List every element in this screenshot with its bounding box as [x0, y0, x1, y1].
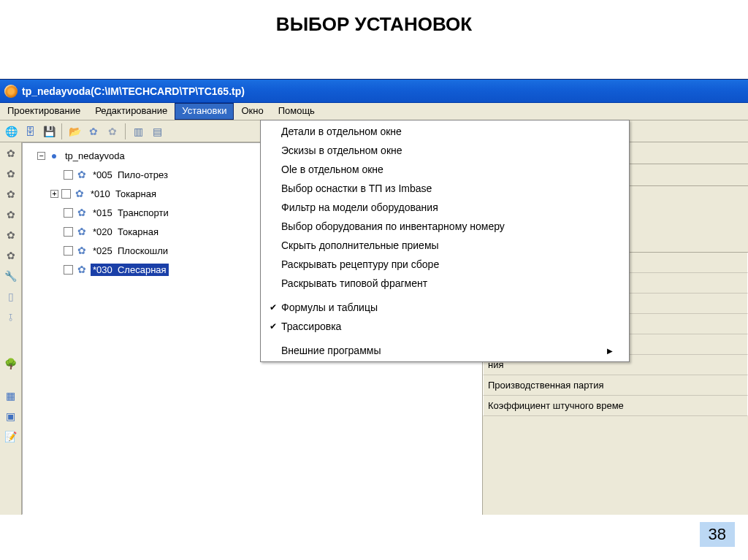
side-bars-icon[interactable]: ⫱	[3, 309, 19, 325]
tb-panel-icon[interactable]: ▥	[130, 123, 146, 139]
checkbox[interactable]	[64, 208, 73, 218]
dd-formulas-tables[interactable]: ✔Формулы и таблицы	[261, 298, 629, 317]
side-gear3-icon[interactable]: ✿	[3, 186, 19, 202]
gear-icon: ✿	[76, 169, 88, 180]
menu-edit[interactable]: Редактирование	[88, 103, 175, 120]
checkbox[interactable]	[64, 246, 73, 256]
tree-item-label[interactable]: *015 Транспорти	[91, 207, 171, 219]
menu-design[interactable]: Проектирование	[0, 103, 88, 120]
gear-icon: ✿	[76, 264, 88, 275]
check-icon: ✔	[265, 302, 281, 312]
side-tool-icon[interactable]: 🔧	[3, 268, 19, 284]
side-tree-icon[interactable]: 🌳	[3, 356, 19, 372]
menu-separator	[262, 295, 627, 296]
submenu-arrow-icon: ▶	[607, 347, 613, 355]
side-column-icon[interactable]: ▯	[3, 288, 19, 304]
menu-help[interactable]: Помощь	[271, 103, 322, 120]
checkbox[interactable]	[64, 170, 73, 180]
menu-separator	[262, 338, 627, 339]
dd-equipment-by-inv[interactable]: Выбор оборудования по инвентарному номер…	[261, 217, 629, 236]
menu-window[interactable]: Окно	[234, 103, 270, 120]
settings-dropdown: Детали в отдельном окне Эскизы в отдельн…	[260, 120, 630, 362]
dd-equipment-filter[interactable]: Фильтр на модели оборудования	[261, 198, 629, 217]
expand-icon[interactable]: +	[50, 190, 58, 198]
checkbox[interactable]	[61, 189, 71, 199]
dd-external-programs[interactable]: Внешние программы▶	[261, 341, 629, 360]
side-doc-icon[interactable]: 📝	[3, 429, 19, 445]
grid-row[interactable]: Коэффициент штучного време	[483, 396, 748, 416]
tb-save-icon[interactable]: 💾	[41, 123, 57, 139]
left-side-toolbar: ✿ ✿ ✿ ✿ ✿ ✿ 🔧 ▯ ⫱ 🌳 ▦ ▣ 📝	[0, 142, 22, 515]
tb-gear-plus-icon[interactable]: ✿	[104, 123, 121, 139]
menubar: Проектирование Редактирование Установки …	[0, 103, 748, 120]
side-gear1-icon[interactable]: ✿	[3, 145, 19, 161]
tb-gear-extra-icon[interactable]: ✿	[85, 123, 102, 139]
tb-open-icon[interactable]: 📂	[66, 123, 83, 139]
collapse-icon[interactable]: −	[37, 152, 45, 160]
tree-item-label[interactable]: *025 Плоскошли	[91, 245, 170, 257]
side-gear6-icon[interactable]: ✿	[3, 248, 19, 264]
side-gear5-icon[interactable]: ✿	[3, 227, 19, 243]
dd-expand-recipe[interactable]: Раскрывать рецептуру при сборе	[261, 255, 629, 274]
gear-icon: ✿	[76, 226, 88, 237]
side-grid-icon[interactable]: ▦	[3, 388, 19, 404]
gear-icon: ✿	[76, 207, 88, 218]
dd-tooling-imbase[interactable]: Выбор оснастки в ТП из Imbase	[261, 179, 629, 198]
tree-item-label[interactable]: *005 Пило-отрез	[91, 169, 170, 181]
side-spacer	[3, 329, 19, 351]
slide-title: ВЫБОР УСТАНОВОК	[0, 0, 748, 58]
tb-layout-icon[interactable]: ▤	[149, 123, 165, 139]
checkbox[interactable]	[64, 265, 73, 275]
tree-item-label-selected[interactable]: *030 Слесарная	[91, 264, 169, 276]
tb-globe-icon[interactable]: 🌐	[3, 123, 19, 139]
dd-details-window[interactable]: Детали в отдельном окне	[261, 122, 629, 141]
gear-icon: ✿	[76, 245, 88, 256]
checkbox[interactable]	[64, 227, 73, 237]
page-number: 38	[700, 522, 735, 547]
tree-item-label[interactable]: *010 Токарная	[88, 188, 159, 200]
tree-item-label[interactable]: *020 Токарная	[91, 226, 161, 238]
dd-hide-extra[interactable]: Скрыть дополнительные приемы	[261, 236, 629, 255]
separator	[125, 123, 126, 139]
menu-settings[interactable]: Установки	[175, 103, 234, 120]
separator	[61, 123, 62, 139]
tb-db-icon[interactable]: 🗄	[22, 123, 38, 139]
titlebar: tp_nedayvoda(C:\IM\TECHCARD\TP\TC165.tp)	[0, 80, 748, 103]
side-spacer2	[3, 376, 19, 383]
tree-root-label[interactable]: tp_nedayvoda	[63, 150, 127, 162]
globe-icon: ●	[48, 150, 60, 161]
side-gear4-icon[interactable]: ✿	[3, 207, 19, 223]
dd-ole-window[interactable]: Ole в отдельном окне	[261, 160, 629, 179]
window-title: tp_nedayvoda(C:\IM\TECHCARD\TP\TC165.tp)	[22, 85, 245, 97]
app-icon	[4, 85, 18, 98]
check-icon: ✔	[265, 321, 281, 331]
dd-sketches-window[interactable]: Эскизы в отдельном окне	[261, 141, 629, 160]
dd-trace[interactable]: ✔Трассировка	[261, 317, 629, 336]
gear-icon: ✿	[74, 188, 85, 199]
grid-row[interactable]: Производственная партия	[483, 375, 748, 396]
dd-expand-fragment[interactable]: Раскрывать типовой фрагмент	[261, 274, 629, 293]
side-gear2-icon[interactable]: ✿	[3, 166, 19, 182]
side-window-icon[interactable]: ▣	[3, 408, 19, 424]
